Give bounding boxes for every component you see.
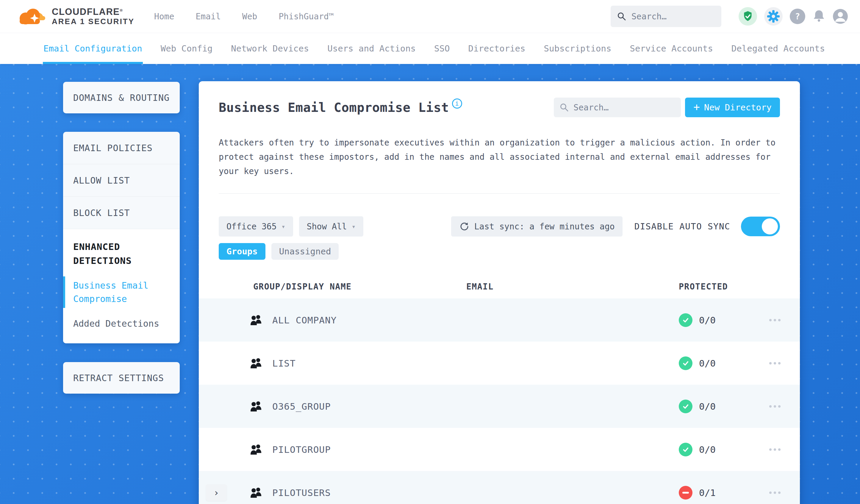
sidebar-section-enhanced-detections: ENHANCED DETECTIONS Business Email Compr…	[63, 229, 180, 343]
tab-groups[interactable]: Groups	[219, 243, 266, 260]
column-group-display-name: GROUP/DISPLAY NAME	[253, 282, 352, 291]
sidebar-item-business-email-compromise[interactable]: Business Email Compromise	[73, 279, 174, 305]
brand-subname: AREA 1 SECURITY	[52, 17, 134, 26]
group-name: PILOTUSERS	[272, 487, 331, 498]
gear-icon[interactable]	[764, 7, 783, 26]
panel-header: Business Email Compromise List i + New D…	[219, 98, 780, 117]
protected-status-icon	[679, 400, 692, 413]
table-body: › ALL COMPANY 0/0 ›	[199, 299, 800, 504]
sidebar-item-added-detections[interactable]: Added Detections	[73, 317, 174, 330]
sidebar-item-block-list[interactable]: BLOCK LIST	[63, 197, 180, 229]
filter-row: Office 365 ▾ Show All ▾ Last sync: a few…	[219, 216, 780, 236]
kebab-menu-icon[interactable]	[769, 405, 780, 408]
protected-count: 0/0	[699, 358, 716, 369]
table-row[interactable]: › LIST 0/0	[199, 342, 800, 385]
sidebar-item-email-policies[interactable]: EMAIL POLICIES	[63, 132, 180, 164]
groups-table: GROUP/DISPLAY NAME EMAIL PROTECTED › ALL…	[199, 275, 800, 504]
workspace-background: DOMAINS & ROUTING EMAIL POLICIES ALLOW L…	[0, 64, 860, 504]
people-icon	[250, 358, 262, 369]
table-row[interactable]: › ALL COMPANY 0/0	[199, 299, 800, 342]
table-row[interactable]: › PILOTUSERS 0/1	[199, 471, 800, 504]
protected-count: 0/0	[699, 401, 716, 412]
brand-name: CLOUDFLARE®	[52, 7, 134, 17]
cloudflare-logo[interactable]: CLOUDFLARE® AREA 1 SECURITY	[17, 6, 134, 26]
people-icon	[250, 487, 262, 498]
check-icon	[682, 402, 690, 411]
help-icon[interactable]: ?	[790, 9, 805, 24]
people-icon	[250, 315, 262, 326]
bec-list-panel: Business Email Compromise List i + New D…	[199, 81, 800, 504]
protected-count: 0/1	[699, 487, 716, 498]
primary-nav: Home Email Web PhishGuard™	[154, 12, 334, 21]
new-directory-button[interactable]: + New Directory	[685, 98, 780, 117]
settings-sidebar: DOMAINS & ROUTING EMAIL POLICIES ALLOW L…	[63, 82, 180, 394]
protected-status-icon	[679, 357, 692, 370]
list-search[interactable]	[554, 98, 681, 117]
kebab-menu-icon[interactable]	[769, 362, 780, 364]
info-icon[interactable]: i	[452, 99, 462, 109]
sidebar-item-domains-routing[interactable]: DOMAINS & ROUTING	[63, 82, 180, 113]
section-tabs: Email Configuration Web Config Network D…	[0, 33, 860, 64]
group-name: ALL COMPANY	[272, 315, 336, 326]
tab-users-and-actions[interactable]: Users and Actions	[327, 33, 416, 64]
group-name: PILOTGROUP	[272, 444, 331, 455]
divider	[219, 193, 780, 194]
column-email: EMAIL	[466, 282, 494, 291]
sidebar-item-enhanced-detections[interactable]: ENHANCED DETECTIONS	[73, 240, 174, 268]
table-header: GROUP/DISPLAY NAME EMAIL PROTECTED	[199, 275, 800, 299]
plus-icon: +	[693, 102, 700, 113]
protected-status-badge: 0/0	[679, 357, 716, 370]
show-filter-select[interactable]: Show All ▾	[299, 216, 363, 236]
auto-sync-toggle[interactable]	[741, 217, 780, 236]
tab-web-config[interactable]: Web Config	[161, 33, 213, 64]
protected-status-icon	[679, 443, 692, 456]
table-row[interactable]: › O365_GROUP 0/0	[199, 385, 800, 428]
protected-count: 0/0	[699, 444, 716, 455]
sidebar-item-retract-settings[interactable]: RETRACT SETTINGS	[63, 362, 180, 394]
tab-directories[interactable]: Directories	[468, 33, 525, 64]
global-search[interactable]	[611, 6, 721, 27]
list-search-input[interactable]	[573, 103, 675, 113]
refresh-icon	[459, 221, 470, 232]
nav-phishguard[interactable]: PhishGuard™	[278, 12, 333, 21]
kebab-menu-icon[interactable]	[769, 448, 780, 451]
protected-status-badge: 0/0	[679, 400, 716, 413]
tab-unassigned[interactable]: Unassigned	[271, 243, 339, 260]
expand-row-button[interactable]: ›	[206, 484, 227, 501]
tab-sso[interactable]: SSO	[434, 33, 450, 64]
search-icon	[560, 103, 569, 112]
view-tabs: Groups Unassigned	[219, 243, 780, 260]
group-name: O365_GROUP	[272, 401, 331, 412]
protected-status-icon	[679, 486, 692, 500]
account-icon[interactable]	[833, 9, 848, 24]
kebab-menu-icon[interactable]	[769, 319, 780, 321]
nav-email[interactable]: Email	[196, 12, 221, 21]
tab-subscriptions[interactable]: Subscriptions	[544, 33, 612, 64]
nav-home[interactable]: Home	[154, 12, 174, 21]
tab-network-devices[interactable]: Network Devices	[231, 33, 309, 64]
people-icon	[250, 444, 262, 455]
search-icon	[617, 12, 626, 21]
check-icon	[682, 445, 690, 454]
table-row[interactable]: › PILOTGROUP 0/0	[199, 428, 800, 471]
bell-icon[interactable]	[812, 9, 826, 24]
shield-check-icon[interactable]	[739, 7, 757, 26]
tab-service-accounts[interactable]: Service Accounts	[630, 33, 713, 64]
kebab-menu-icon[interactable]	[769, 491, 780, 494]
auto-sync-label: DISABLE AUTO SYNC	[634, 221, 730, 231]
check-icon	[682, 316, 690, 324]
toggle-knob	[762, 218, 778, 234]
sidebar-item-allow-list[interactable]: ALLOW LIST	[63, 164, 180, 197]
nav-web[interactable]: Web	[242, 12, 257, 21]
caret-down-icon: ▾	[282, 223, 285, 230]
directory-select[interactable]: Office 365 ▾	[219, 216, 293, 236]
people-icon	[250, 401, 262, 412]
global-search-input[interactable]	[631, 12, 715, 21]
tab-email-configuration[interactable]: Email Configuration	[43, 33, 142, 64]
last-sync-button[interactable]: Last sync: a few minutes ago	[451, 216, 622, 236]
protected-status-badge: 0/0	[679, 443, 716, 456]
group-name: LIST	[272, 358, 296, 369]
tab-delegated-accounts[interactable]: Delegated Accounts	[731, 33, 825, 64]
protected-status-badge: 0/0	[679, 313, 716, 327]
registered-mark: ®	[120, 8, 123, 12]
